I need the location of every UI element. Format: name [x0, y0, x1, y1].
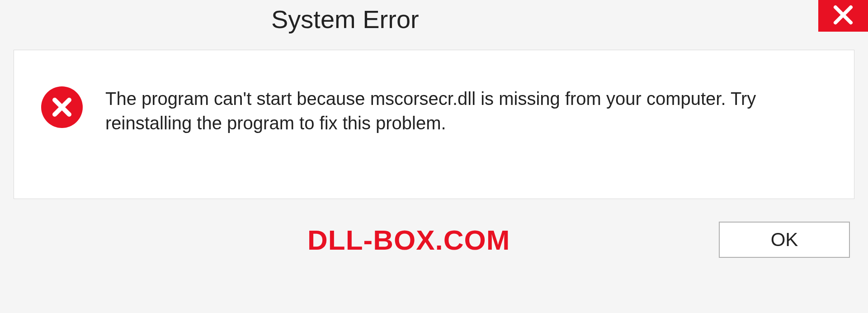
ok-button[interactable]: OK — [719, 222, 850, 258]
dialog-footer: DLL-BOX.COM OK — [0, 199, 868, 258]
close-icon — [832, 4, 854, 28]
watermark-text: DLL-BOX.COM — [18, 224, 510, 256]
dialog-title: System Error — [271, 0, 419, 34]
ok-button-label: OK — [771, 229, 798, 251]
error-icon — [41, 86, 83, 128]
dialog-message: The program can't start because mscorsec… — [105, 86, 783, 135]
dialog-content: The program can't start because mscorsec… — [14, 50, 854, 199]
close-button[interactable] — [818, 0, 868, 32]
titlebar: System Error — [0, 0, 868, 45]
